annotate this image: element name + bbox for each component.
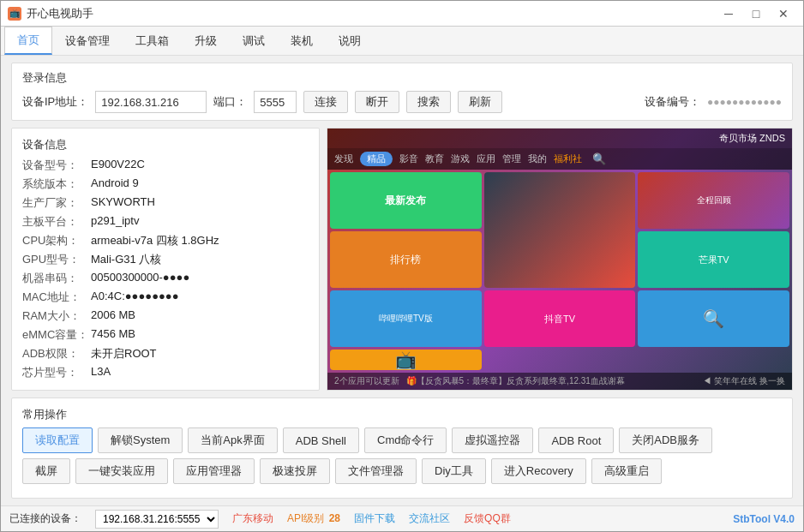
menu-tab-设备管理[interactable]: 设备管理 xyxy=(52,27,123,55)
nav-discover[interactable]: 发现 xyxy=(334,152,353,165)
nav-film[interactable]: 影音 xyxy=(399,152,418,165)
info-val: A0:4C:●●●●●●●● xyxy=(91,290,179,305)
cmd-button[interactable]: Cmd命令行 xyxy=(364,427,447,453)
info-row: 机器串码：00500300000-●●●● xyxy=(22,271,309,286)
screenshot-button[interactable]: 截屏 xyxy=(22,458,70,484)
status-bar: 已连接的设备： 192.168.31.216:5555 广东移动 API级别 2… xyxy=(1,505,803,531)
nav-mine[interactable]: 我的 xyxy=(528,152,547,165)
read-config-button[interactable]: 读取配置 xyxy=(22,427,93,453)
install-app-button[interactable]: 一键安装应用 xyxy=(75,458,168,484)
info-val: 未开启ROOT xyxy=(91,346,157,362)
info-val: armeabi-v7a 四核 1.8GHz xyxy=(91,233,219,248)
disconnect-button[interactable]: 断开 xyxy=(355,91,399,113)
menu-tab-调试[interactable]: 调试 xyxy=(230,27,278,55)
app-manager-button[interactable]: 应用管理器 xyxy=(173,458,255,484)
footer-text3: ◀ 笑年年在线 换一换 xyxy=(703,375,785,387)
info-row: 系统版本：Android 9 xyxy=(22,176,309,192)
menu-tab-升级[interactable]: 升级 xyxy=(182,27,230,55)
info-key: 机器串码： xyxy=(22,271,91,286)
diy-tools-button[interactable]: Diy工具 xyxy=(422,458,486,484)
close-button[interactable]: ✕ xyxy=(771,4,796,23)
nav-game[interactable]: 游戏 xyxy=(451,152,470,165)
tile-war xyxy=(484,172,636,288)
tile-douyin: 抖音TV xyxy=(484,290,636,347)
minimize-button[interactable]: ─ xyxy=(716,4,741,23)
info-key: GPU型号： xyxy=(22,252,91,267)
preview-overlay: 奇贝市场 ZNDS 发现 精品 影音 教育 游戏 应用 管理 我的 福利社 xyxy=(327,129,792,390)
window-controls: ─ □ ✕ xyxy=(716,4,796,23)
nav-edu[interactable]: 教育 xyxy=(425,152,444,165)
info-val: SKYWORTH xyxy=(91,195,155,211)
cast-screen-button[interactable]: 极速投屏 xyxy=(260,458,330,484)
adb-root-button[interactable]: ADB Root xyxy=(538,427,614,453)
close-adb-button[interactable]: 关闭ADB服务 xyxy=(619,427,712,453)
search-button[interactable]: 搜索 xyxy=(406,91,451,113)
info-row: 设备型号：E900V22C xyxy=(22,158,309,173)
nav-manage[interactable]: 管理 xyxy=(502,152,521,165)
nav-featured[interactable]: 精品 xyxy=(360,152,393,166)
feedback-link[interactable]: 反馈QQ群 xyxy=(464,511,511,526)
menu-tab-首页[interactable]: 首页 xyxy=(4,27,52,55)
info-val: E900V22C xyxy=(91,158,145,173)
title-bar: 📺 开心电视助手 ─ □ ✕ xyxy=(1,1,803,27)
preview-tiles: 最新发布 全程回顾 排行榜 芒果TV 哔哩哔哩TV版 抖音TV 🔍 📺 xyxy=(327,170,792,373)
preview-panel: 奇贝市场 ZNDS 发现 精品 影音 教育 游戏 应用 管理 我的 福利社 xyxy=(327,128,793,391)
tile-mgtv: 芒果TV xyxy=(638,231,789,288)
info-key: ADB权限： xyxy=(22,346,91,362)
info-val: Android 9 xyxy=(91,176,139,192)
search-icon[interactable]: 🔍 xyxy=(592,152,606,165)
info-row: CPU架构：armeabi-v7a 四核 1.8GHz xyxy=(22,233,309,248)
virtual-remote-button[interactable]: 虚拟遥控器 xyxy=(452,427,533,453)
device-select[interactable]: 192.168.31.216:5555 xyxy=(95,510,219,529)
middle-section: 设备信息 设备型号：E900V22C系统版本：Android 9生产厂家：SKY… xyxy=(11,128,793,391)
preview-header: 奇贝市场 ZNDS xyxy=(327,129,792,148)
current-apk-button[interactable]: 当前Apk界面 xyxy=(188,427,277,453)
info-row: RAM大小：2006 MB xyxy=(22,308,309,324)
enter-recovery-button[interactable]: 进入Recovery xyxy=(491,458,586,484)
maximize-button[interactable]: □ xyxy=(743,4,769,23)
actions-row-1: 读取配置 解锁System 当前Apk界面 ADB Shell Cmd命令行 虚… xyxy=(22,427,782,453)
actions-section: 常用操作 读取配置 解锁System 当前Apk界面 ADB Shell Cmd… xyxy=(11,398,793,499)
api-value: 28 xyxy=(329,512,340,524)
refresh-button[interactable]: 刷新 xyxy=(458,91,502,113)
menu-tab-装机[interactable]: 装机 xyxy=(278,27,326,55)
actions-title: 常用操作 xyxy=(22,407,782,422)
actions-row-2: 截屏 一键安装应用 应用管理器 极速投屏 文件管理器 Diy工具 进入Recov… xyxy=(22,458,782,484)
device-code-value: ●●●●●●●●●●●● xyxy=(707,96,782,108)
preview-content: 奇贝市场 ZNDS 发现 精品 影音 教育 游戏 应用 管理 我的 福利社 xyxy=(327,129,792,390)
nav-welfare[interactable]: 福利社 xyxy=(554,152,582,165)
info-row: ADB权限：未开启ROOT xyxy=(22,346,309,362)
info-key: eMMC容量： xyxy=(22,327,91,343)
ip-label: 设备IP地址： xyxy=(22,94,88,110)
device-info-panel: 设备信息 设备型号：E900V22C系统版本：Android 9生产厂家：SKY… xyxy=(11,128,320,391)
ip-input[interactable] xyxy=(95,91,207,113)
file-manager-button[interactable]: 文件管理器 xyxy=(335,458,417,484)
info-key: MAC地址： xyxy=(22,290,91,305)
menu-tab-说明[interactable]: 说明 xyxy=(326,27,374,55)
carrier-link[interactable]: 广东移动 xyxy=(232,511,273,526)
nav-app[interactable]: 应用 xyxy=(477,152,495,165)
tile-rank: 排行榜 xyxy=(330,231,482,288)
api-label: API级别 xyxy=(287,512,324,524)
login-section-title: 登录信息 xyxy=(22,70,782,86)
info-key: 主板平台： xyxy=(22,214,91,230)
menu-tab-工具箱[interactable]: 工具箱 xyxy=(123,27,182,55)
info-val: 00500300000-●●●● xyxy=(91,271,189,286)
device-code-label: 设备编号： xyxy=(645,94,700,110)
version-label: StbTool V4.0 xyxy=(733,513,795,525)
info-val: Mali-G31 八核 xyxy=(91,252,161,267)
advanced-restart-button[interactable]: 高级重启 xyxy=(591,458,662,484)
window-title: 开心电视助手 xyxy=(27,6,716,21)
port-input[interactable] xyxy=(254,91,297,113)
tile-review: 全程回顾 xyxy=(638,172,789,229)
menu-bar: 首页设备管理工具箱升级调试装机说明 xyxy=(1,27,803,56)
adb-shell-button[interactable]: ADB Shell xyxy=(283,427,359,453)
firmware-link[interactable]: 固件下载 xyxy=(354,511,395,526)
info-key: 系统版本： xyxy=(22,176,91,192)
tile-search: 🔍 xyxy=(638,290,789,347)
community-link[interactable]: 交流社区 xyxy=(409,511,450,526)
info-row: MAC地址：A0:4C:●●●●●●●● xyxy=(22,290,309,305)
info-row: 主板平台：p291_iptv xyxy=(22,214,309,230)
connect-button[interactable]: 连接 xyxy=(303,91,348,113)
unlock-system-button[interactable]: 解锁System xyxy=(98,427,183,453)
